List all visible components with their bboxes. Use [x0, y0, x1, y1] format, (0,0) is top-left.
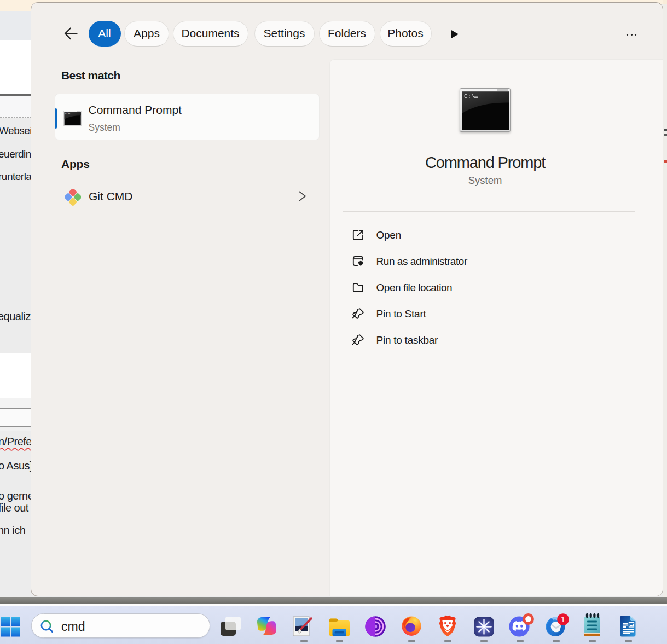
svg-text:1: 1: [561, 614, 565, 624]
svg-text:C:\: C:\: [464, 93, 475, 100]
